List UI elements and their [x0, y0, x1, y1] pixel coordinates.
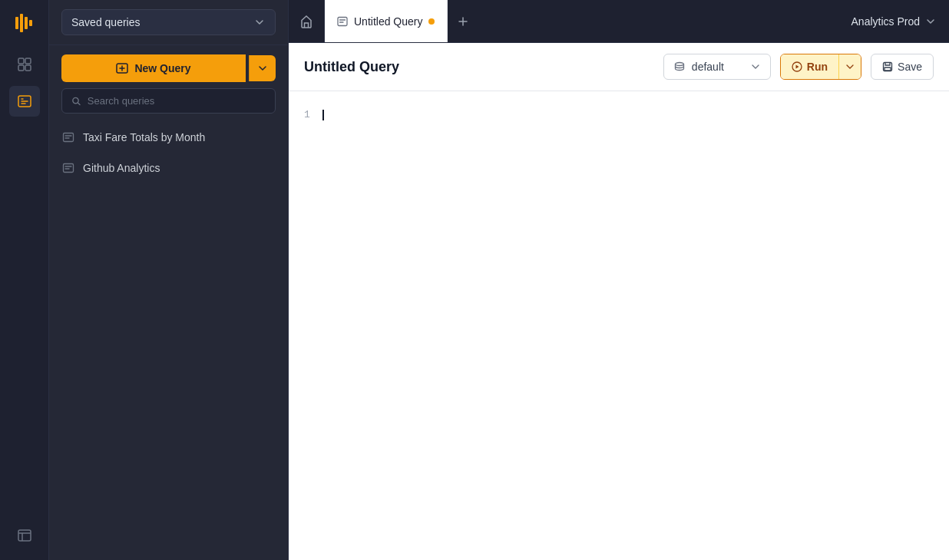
schema-select[interactable]: default	[663, 54, 771, 80]
new-query-row: New Query	[49, 45, 288, 88]
query-toolbar: Untitled Query default Run	[289, 43, 949, 91]
run-dropdown-button[interactable]	[838, 54, 861, 79]
plus-icon	[457, 15, 469, 28]
saved-queries-label: Saved queries	[71, 16, 141, 28]
query-item-icon	[61, 161, 75, 175]
svg-rect-0	[15, 17, 18, 29]
list-item[interactable]: Taxi Fare Totals by Month	[55, 123, 282, 152]
nav-table-icon[interactable]	[9, 520, 40, 551]
database-icon	[673, 61, 686, 73]
query-list: Taxi Fare Totals by Month Github Analyti…	[49, 123, 288, 183]
new-query-label: New Query	[134, 62, 190, 74]
sidebar: Saved queries New Query	[49, 0, 289, 560]
save-button[interactable]: Save	[871, 54, 934, 80]
workspace-selector[interactable]: Analytics Prod	[839, 15, 949, 28]
home-icon	[299, 15, 313, 28]
run-button-group: Run	[780, 54, 861, 80]
app-logo	[11, 9, 38, 37]
query-item-label: Github Analytics	[83, 162, 160, 174]
search-input-wrap	[61, 88, 276, 114]
svg-rect-5	[25, 58, 31, 64]
svg-rect-14	[338, 17, 347, 25]
main-content: Untitled Query Analytics Prod Untitled Q…	[289, 0, 949, 560]
workspace-label: Analytics Prod	[851, 15, 920, 28]
search-icon	[71, 96, 81, 107]
editor-area[interactable]: 1	[289, 91, 949, 560]
icon-nav	[0, 0, 49, 560]
svg-point-15	[675, 63, 683, 66]
save-icon	[882, 61, 893, 72]
add-tab-button[interactable]	[448, 0, 478, 42]
icon-nav-bottom	[9, 520, 40, 551]
text-cursor	[322, 110, 324, 120]
chevron-down-icon	[924, 15, 937, 28]
top-bar: Untitled Query Analytics Prod	[289, 0, 949, 43]
svg-rect-2	[25, 17, 28, 29]
query-item-label: Taxi Fare Totals by Month	[83, 131, 205, 143]
tabs-area: Untitled Query	[289, 0, 839, 42]
svg-rect-3	[29, 20, 32, 26]
chevron-down-icon	[750, 61, 761, 72]
tab-dirty-dot	[428, 18, 435, 25]
run-button[interactable]: Run	[781, 54, 838, 79]
schema-label: default	[692, 61, 724, 73]
query-item-icon	[61, 130, 75, 144]
sidebar-header: Saved queries	[49, 0, 288, 45]
run-label: Run	[807, 61, 828, 73]
svg-rect-4	[18, 58, 24, 64]
svg-rect-12	[64, 133, 74, 142]
search-input[interactable]	[88, 95, 266, 107]
line-numbers: 1	[304, 107, 310, 124]
nav-query-icon[interactable]	[9, 86, 40, 117]
svg-point-11	[73, 97, 78, 103]
search-box	[49, 88, 288, 123]
new-query-icon	[116, 62, 128, 74]
svg-rect-6	[18, 65, 24, 71]
svg-rect-13	[64, 164, 74, 173]
home-tab[interactable]	[289, 0, 325, 42]
line-number: 1	[304, 107, 310, 124]
saved-queries-dropdown[interactable]: Saved queries	[61, 9, 276, 35]
tab-untitled-query[interactable]: Untitled Query	[325, 0, 448, 42]
svg-rect-7	[25, 65, 31, 71]
run-icon	[792, 61, 802, 72]
chevron-down-icon	[253, 16, 266, 28]
new-query-button[interactable]: New Query	[61, 54, 246, 82]
tab-label: Untitled Query	[354, 15, 422, 28]
save-label: Save	[898, 61, 922, 73]
svg-rect-1	[20, 14, 23, 32]
editor-lines: 1	[304, 107, 934, 124]
chevron-down-icon	[845, 62, 855, 71]
tab-query-icon	[337, 16, 348, 27]
list-item[interactable]: Github Analytics	[55, 153, 282, 183]
nav-dashboard-icon[interactable]	[9, 49, 40, 80]
chevron-down-icon	[257, 63, 268, 74]
svg-rect-9	[18, 530, 31, 541]
query-title: Untitled Query	[304, 59, 654, 75]
editor-content[interactable]	[322, 107, 934, 124]
new-query-dropdown-button[interactable]	[249, 55, 276, 81]
